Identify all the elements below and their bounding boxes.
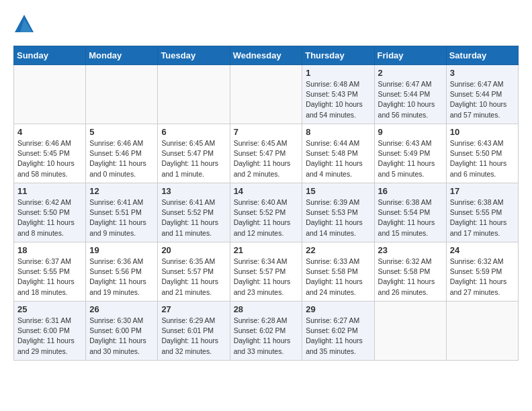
header-cell: Saturday [446,46,518,65]
day-number: 5 [89,127,154,137]
header-cell: Wednesday [230,46,302,65]
calendar-cell: 10Sunrise: 6:43 AM Sunset: 5:50 PM Dayli… [446,124,518,183]
calendar-cell: 21Sunrise: 6:34 AM Sunset: 5:57 PM Dayli… [230,242,302,302]
day-number: 7 [234,127,299,137]
logo-icon [13,13,35,35]
day-info: Sunrise: 6:45 AM Sunset: 5:47 PM Dayligh… [161,138,226,179]
calendar-table: SundayMondayTuesdayWednesdayThursdayFrid… [13,46,519,361]
calendar-cell [374,302,446,361]
day-info: Sunrise: 6:41 AM Sunset: 5:51 PM Dayligh… [89,197,154,238]
day-info: Sunrise: 6:39 AM Sunset: 5:53 PM Dayligh… [306,197,370,238]
day-number: 15 [306,186,370,196]
day-number: 6 [161,127,226,137]
calendar-cell: 14Sunrise: 6:40 AM Sunset: 5:52 PM Dayli… [230,183,302,242]
calendar-cell: 9Sunrise: 6:43 AM Sunset: 5:49 PM Daylig… [374,124,446,183]
day-number: 2 [378,68,443,78]
day-number: 4 [17,127,82,137]
calendar-cell [158,65,230,124]
page-header [13,13,519,35]
logo [13,13,38,35]
day-info: Sunrise: 6:46 AM Sunset: 5:46 PM Dayligh… [89,138,154,179]
day-info: Sunrise: 6:32 AM Sunset: 5:59 PM Dayligh… [450,257,515,298]
day-number: 19 [89,245,154,255]
calendar-cell [230,65,302,124]
day-info: Sunrise: 6:45 AM Sunset: 5:47 PM Dayligh… [234,138,299,179]
day-number: 29 [306,304,370,314]
day-info: Sunrise: 6:46 AM Sunset: 5:45 PM Dayligh… [17,138,82,179]
day-info: Sunrise: 6:27 AM Sunset: 6:02 PM Dayligh… [306,316,370,357]
day-number: 25 [17,304,82,314]
calendar-cell: 29Sunrise: 6:27 AM Sunset: 6:02 PM Dayli… [302,302,374,361]
day-number: 24 [450,245,515,255]
calendar-cell: 15Sunrise: 6:39 AM Sunset: 5:53 PM Dayli… [302,183,374,242]
day-info: Sunrise: 6:35 AM Sunset: 5:57 PM Dayligh… [161,257,226,298]
day-number: 3 [450,68,515,78]
day-number: 10 [450,127,515,137]
calendar-cell [14,65,86,124]
day-number: 21 [234,245,299,255]
day-info: Sunrise: 6:29 AM Sunset: 6:01 PM Dayligh… [161,316,226,357]
calendar-cell: 2Sunrise: 6:47 AM Sunset: 5:44 PM Daylig… [374,65,446,124]
day-number: 20 [161,245,226,255]
day-number: 11 [17,186,82,196]
calendar-cell: 12Sunrise: 6:41 AM Sunset: 5:51 PM Dayli… [86,183,158,242]
day-number: 26 [89,304,154,314]
header-cell: Monday [86,46,158,65]
day-info: Sunrise: 6:28 AM Sunset: 6:02 PM Dayligh… [234,316,299,357]
header-row: SundayMondayTuesdayWednesdayThursdayFrid… [14,46,519,65]
calendar-cell: 18Sunrise: 6:37 AM Sunset: 5:55 PM Dayli… [14,242,86,302]
header-cell: Sunday [14,46,86,65]
day-info: Sunrise: 6:41 AM Sunset: 5:52 PM Dayligh… [161,197,226,238]
day-info: Sunrise: 6:48 AM Sunset: 5:43 PM Dayligh… [306,79,370,120]
calendar-cell: 17Sunrise: 6:38 AM Sunset: 5:55 PM Dayli… [446,183,518,242]
day-info: Sunrise: 6:43 AM Sunset: 5:50 PM Dayligh… [450,138,515,179]
calendar-cell: 4Sunrise: 6:46 AM Sunset: 5:45 PM Daylig… [14,124,86,183]
calendar-header: SundayMondayTuesdayWednesdayThursdayFrid… [14,46,519,65]
day-info: Sunrise: 6:38 AM Sunset: 5:54 PM Dayligh… [378,197,443,238]
header-cell: Tuesday [158,46,230,65]
calendar-week-row: 11Sunrise: 6:42 AM Sunset: 5:50 PM Dayli… [14,183,519,242]
day-info: Sunrise: 6:40 AM Sunset: 5:52 PM Dayligh… [234,197,299,238]
calendar-cell [86,65,158,124]
day-info: Sunrise: 6:36 AM Sunset: 5:56 PM Dayligh… [89,257,154,298]
day-info: Sunrise: 6:30 AM Sunset: 6:00 PM Dayligh… [89,316,154,357]
day-number: 23 [378,245,443,255]
day-number: 1 [306,68,370,78]
calendar-week-row: 1Sunrise: 6:48 AM Sunset: 5:43 PM Daylig… [14,65,519,124]
calendar-cell: 6Sunrise: 6:45 AM Sunset: 5:47 PM Daylig… [158,124,230,183]
calendar-cell [446,302,518,361]
calendar-cell: 5Sunrise: 6:46 AM Sunset: 5:46 PM Daylig… [86,124,158,183]
day-info: Sunrise: 6:42 AM Sunset: 5:50 PM Dayligh… [17,197,82,238]
day-info: Sunrise: 6:31 AM Sunset: 6:00 PM Dayligh… [17,316,82,357]
calendar-cell: 7Sunrise: 6:45 AM Sunset: 5:47 PM Daylig… [230,124,302,183]
calendar-cell: 19Sunrise: 6:36 AM Sunset: 5:56 PM Dayli… [86,242,158,302]
calendar-week-row: 25Sunrise: 6:31 AM Sunset: 6:00 PM Dayli… [14,302,519,361]
calendar-cell: 27Sunrise: 6:29 AM Sunset: 6:01 PM Dayli… [158,302,230,361]
day-number: 8 [306,127,370,137]
day-number: 18 [17,245,82,255]
day-number: 22 [306,245,370,255]
day-info: Sunrise: 6:38 AM Sunset: 5:55 PM Dayligh… [450,197,515,238]
calendar-week-row: 4Sunrise: 6:46 AM Sunset: 5:45 PM Daylig… [14,124,519,183]
day-number: 17 [450,186,515,196]
day-info: Sunrise: 6:32 AM Sunset: 5:58 PM Dayligh… [378,257,443,298]
calendar-cell: 8Sunrise: 6:44 AM Sunset: 5:48 PM Daylig… [302,124,374,183]
day-number: 16 [378,186,443,196]
day-info: Sunrise: 6:34 AM Sunset: 5:57 PM Dayligh… [234,257,299,298]
calendar-cell: 25Sunrise: 6:31 AM Sunset: 6:00 PM Dayli… [14,302,86,361]
day-number: 12 [89,186,154,196]
calendar-cell: 16Sunrise: 6:38 AM Sunset: 5:54 PM Dayli… [374,183,446,242]
calendar-cell: 23Sunrise: 6:32 AM Sunset: 5:58 PM Dayli… [374,242,446,302]
calendar-cell: 13Sunrise: 6:41 AM Sunset: 5:52 PM Dayli… [158,183,230,242]
calendar-week-row: 18Sunrise: 6:37 AM Sunset: 5:55 PM Dayli… [14,242,519,302]
day-info: Sunrise: 6:47 AM Sunset: 5:44 PM Dayligh… [450,79,515,120]
calendar-body: 1Sunrise: 6:48 AM Sunset: 5:43 PM Daylig… [14,65,519,361]
day-info: Sunrise: 6:43 AM Sunset: 5:49 PM Dayligh… [378,138,443,179]
calendar-cell: 1Sunrise: 6:48 AM Sunset: 5:43 PM Daylig… [302,65,374,124]
calendar-cell: 28Sunrise: 6:28 AM Sunset: 6:02 PM Dayli… [230,302,302,361]
calendar-cell: 20Sunrise: 6:35 AM Sunset: 5:57 PM Dayli… [158,242,230,302]
calendar-cell: 24Sunrise: 6:32 AM Sunset: 5:59 PM Dayli… [446,242,518,302]
day-info: Sunrise: 6:47 AM Sunset: 5:44 PM Dayligh… [378,79,443,120]
calendar-cell: 26Sunrise: 6:30 AM Sunset: 6:00 PM Dayli… [86,302,158,361]
day-info: Sunrise: 6:37 AM Sunset: 5:55 PM Dayligh… [17,257,82,298]
